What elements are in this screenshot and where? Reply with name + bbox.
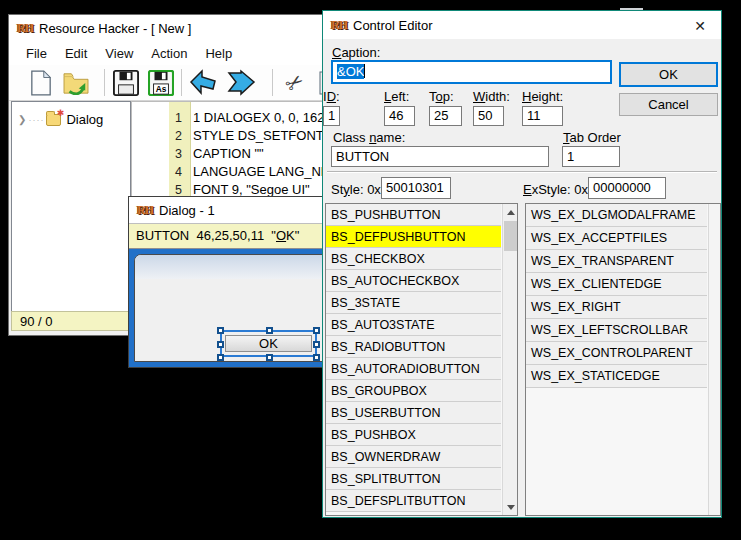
resource-tree-panel[interactable]: ❯ ···· ✱ Dialog bbox=[11, 101, 131, 313]
field-block: Height: 11 bbox=[522, 89, 563, 126]
resize-handle-sw[interactable] bbox=[217, 354, 224, 361]
open-file-button[interactable] bbox=[61, 68, 91, 98]
control-info-bar: BUTTON 46,25,50,11 "OK" bbox=[129, 223, 327, 249]
field-input[interactable]: 1 bbox=[323, 106, 340, 126]
style-flag-item[interactable]: BS_AUTO3STATE bbox=[326, 314, 501, 336]
field-block: Top: 25 bbox=[429, 89, 462, 126]
tree-item-dialog[interactable]: ❯ ···· ✱ Dialog bbox=[12, 112, 130, 127]
style-flag-item[interactable]: BS_SPLITBUTTON bbox=[326, 468, 501, 490]
exstyle-flag-item[interactable]: WS_EX_TRANSPARENT bbox=[526, 250, 707, 273]
exstyle-input[interactable]: 00000000 bbox=[588, 177, 666, 199]
field-label: Top: bbox=[429, 89, 462, 104]
preview-ok-button[interactable]: OK bbox=[225, 335, 312, 352]
exstyle-flag-item[interactable]: WS_EX_CONTROLPARENT bbox=[526, 342, 707, 365]
resize-handle-se[interactable] bbox=[313, 354, 320, 361]
dialog1-titlebar[interactable]: RH Dialog - 1 bbox=[129, 197, 327, 223]
svg-text:As: As bbox=[156, 84, 167, 94]
field-input[interactable]: 46 bbox=[384, 106, 415, 126]
control-editor-dialog: RH Control Editor ✕ Caption: &OK OK Canc… bbox=[322, 10, 722, 518]
style-label: Style: 0x bbox=[331, 182, 381, 197]
line-number: 1 bbox=[132, 110, 187, 127]
field-input[interactable]: 50 bbox=[473, 106, 504, 126]
save-button[interactable] bbox=[111, 68, 141, 98]
style-flag-item[interactable]: BS_USERBUTTON bbox=[326, 402, 501, 424]
exstyle-list-scroll-track[interactable] bbox=[708, 204, 720, 515]
dialog-preview-window: RH Dialog - 1 BUTTON 46,25,50,11 "OK" OK bbox=[128, 196, 328, 368]
exstyle-flag-item[interactable]: WS_EX_CLIENTEDGE bbox=[526, 273, 707, 296]
menu-item[interactable]: Help bbox=[196, 43, 241, 64]
line-number: 4 bbox=[132, 164, 187, 181]
save-as-icon: As bbox=[148, 70, 174, 96]
close-icon[interactable]: ✕ bbox=[687, 16, 713, 36]
main-window-title: Resource Hacker - [ New ] bbox=[39, 21, 191, 36]
style-flag-item[interactable]: BS_RADIOBUTTON bbox=[326, 336, 501, 358]
field-input[interactable]: 11 bbox=[522, 106, 563, 126]
chevron-right-icon[interactable]: ❯ bbox=[18, 114, 26, 125]
resource-hacker-app-icon: RH bbox=[17, 21, 33, 36]
cut-button[interactable]: ✂ bbox=[280, 68, 310, 98]
style-flag-item[interactable]: BS_OWNERDRAW bbox=[326, 446, 501, 468]
dialog1-title: Dialog - 1 bbox=[159, 203, 215, 218]
rendered-dialog-preview[interactable]: OK bbox=[134, 254, 329, 362]
tab-order-input[interactable]: 1 bbox=[562, 146, 620, 167]
caption-input[interactable]: &OK bbox=[331, 60, 612, 84]
resize-handle-n[interactable] bbox=[266, 327, 273, 334]
style-flag-item[interactable]: BS_PUSHBUTTON bbox=[326, 204, 501, 226]
exstyle-flag-item[interactable]: WS_EX_RIGHT bbox=[526, 296, 707, 319]
style-flag-item[interactable]: BS_3STATE bbox=[326, 292, 501, 314]
field-label: Height: bbox=[522, 89, 563, 104]
folder-icon: ✱ bbox=[46, 114, 61, 126]
scrollbar-thumb[interactable] bbox=[504, 221, 517, 251]
exstyle-flag-item[interactable]: WS_EX_STATICEDGE bbox=[526, 365, 707, 388]
resize-handle-nw[interactable] bbox=[217, 327, 224, 334]
style-flag-item[interactable]: BS_DEFSPLITBUTTON bbox=[326, 490, 501, 512]
toolbar-separator bbox=[181, 69, 182, 96]
dialog1-client-area: OK bbox=[129, 249, 327, 367]
menu-item[interactable]: View bbox=[96, 43, 142, 64]
style-flag-item[interactable]: BS_CHECKBOX bbox=[326, 248, 501, 270]
menu-item[interactable]: Edit bbox=[56, 43, 96, 64]
scroll-up-button[interactable] bbox=[503, 204, 518, 220]
menu-item[interactable]: File bbox=[17, 43, 56, 64]
resize-handle-e[interactable] bbox=[313, 341, 320, 348]
ok-button[interactable]: OK bbox=[619, 62, 718, 87]
class-name-label: Class name: bbox=[333, 130, 405, 145]
resize-handle-w[interactable] bbox=[217, 341, 224, 348]
exstyle-flag-item[interactable]: WS_EX_ACCEPTFILES bbox=[526, 227, 707, 250]
scissors-icon: ✂ bbox=[281, 68, 309, 98]
style-input[interactable]: 50010301 bbox=[381, 177, 451, 199]
exstyle-flag-item[interactable]: WS_EX_LEFTSCROLLBAR bbox=[526, 319, 707, 342]
field-label: ID: bbox=[323, 89, 340, 104]
tree-item-label: Dialog bbox=[66, 112, 103, 127]
field-input[interactable]: 25 bbox=[429, 106, 462, 126]
selected-text: &OK bbox=[337, 64, 364, 79]
line-number: 3 bbox=[132, 146, 187, 163]
resize-handle-s[interactable] bbox=[266, 354, 273, 361]
exstyle-flag-item[interactable]: WS_EX_DLGMODALFRAME bbox=[526, 204, 707, 227]
control-editor-title: Control Editor bbox=[353, 18, 432, 33]
compile-button[interactable] bbox=[188, 68, 218, 98]
control-editor-titlebar[interactable]: RH Control Editor bbox=[323, 11, 721, 39]
selected-control[interactable]: OK bbox=[220, 330, 317, 357]
field-label: Width: bbox=[473, 89, 510, 104]
line-text: STYLE DS_SETFONT | bbox=[187, 128, 331, 143]
style-flag-item[interactable]: BS_GROUPBOX bbox=[326, 380, 501, 402]
class-name-input[interactable]: BUTTON bbox=[331, 146, 549, 167]
resize-handle-ne[interactable] bbox=[313, 327, 320, 334]
cancel-button[interactable]: Cancel bbox=[619, 93, 718, 116]
scroll-down-button[interactable] bbox=[503, 499, 518, 515]
style-flag-item[interactable]: BS_AUTOCHECKBOX bbox=[326, 270, 501, 292]
save-as-button[interactable]: As bbox=[146, 68, 176, 98]
modified-star-icon: ✱ bbox=[57, 108, 65, 118]
new-file-button[interactable] bbox=[26, 68, 56, 98]
save-icon bbox=[113, 70, 139, 96]
text-caret bbox=[364, 64, 365, 78]
style-flag-item[interactable]: BS_PUSHBOX bbox=[326, 424, 501, 446]
style-flag-item[interactable]: BS_DEFPUSHBUTTON bbox=[326, 226, 501, 248]
run-button[interactable] bbox=[227, 68, 257, 98]
line-text: 1 DIALOGEX 0, 0, 162, bbox=[187, 110, 328, 125]
arrow-right-icon bbox=[227, 69, 257, 97]
style-flag-item[interactable]: BS_AUTORADIOBUTTON bbox=[326, 358, 501, 380]
menu-item[interactable]: Action bbox=[142, 43, 196, 64]
style-list-scrollbar[interactable] bbox=[502, 204, 517, 515]
